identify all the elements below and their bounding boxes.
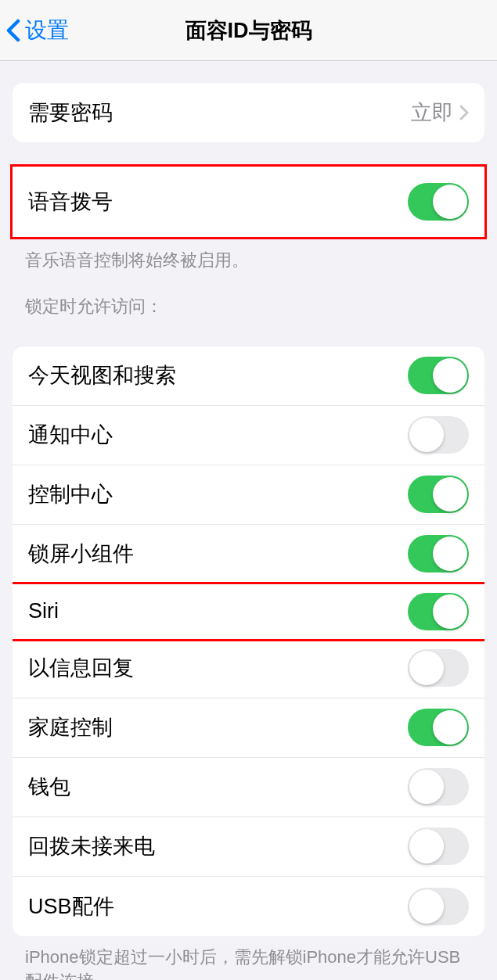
back-button[interactable]: 设置 <box>0 16 69 45</box>
voice-dial-toggle[interactable] <box>408 183 469 221</box>
allow-access-toggle[interactable] <box>408 476 469 513</box>
allow-access-row: USB配件 <box>13 877 484 936</box>
allow-access-header: 锁定时允许访问： <box>0 273 497 325</box>
allow-access-group: 今天视图和搜索通知中心控制中心锁屏小组件Siri以信息回复家庭控制钱包回拨未接来… <box>13 346 484 936</box>
voice-dial-row: 语音拨号 <box>13 167 484 237</box>
allow-access-label: Siri <box>28 599 59 623</box>
require-passcode-value: 立即 <box>411 99 453 127</box>
allow-access-row: 家庭控制 <box>13 698 484 758</box>
allow-access-label: 钱包 <box>28 773 70 801</box>
require-passcode-label: 需要密码 <box>28 99 113 127</box>
allow-access-label: 以信息回复 <box>28 654 134 682</box>
allow-access-toggle[interactable] <box>408 357 469 394</box>
allow-access-toggle[interactable] <box>408 768 469 806</box>
voice-dial-group: 语音拨号 <box>10 164 487 239</box>
require-passcode-row[interactable]: 需要密码 立即 <box>13 83 484 142</box>
allow-access-label: 今天视图和搜索 <box>28 361 176 389</box>
chevron-right-icon <box>459 105 469 120</box>
navigation-bar: 设置 面容ID与密码 <box>0 0 497 61</box>
allow-access-label: 锁屏小组件 <box>28 540 134 568</box>
allow-access-row: 以信息回复 <box>13 639 484 698</box>
chevron-left-icon <box>6 19 20 42</box>
allow-access-toggle[interactable] <box>408 535 469 573</box>
allow-access-row: 回拨未接来电 <box>13 817 484 877</box>
allow-access-toggle[interactable] <box>408 827 469 865</box>
allow-access-label: 通知中心 <box>28 421 113 449</box>
voice-dial-label: 语音拨号 <box>28 188 113 216</box>
allow-access-row: 通知中心 <box>13 406 484 465</box>
back-label: 设置 <box>25 16 69 45</box>
page-title: 面容ID与密码 <box>185 16 312 45</box>
allow-access-label: 控制中心 <box>28 480 113 508</box>
allow-access-label: USB配件 <box>28 892 114 921</box>
allow-access-row: 锁屏小组件 <box>13 525 484 584</box>
allow-access-label: 家庭控制 <box>28 713 113 741</box>
allow-access-row: Siri <box>13 582 484 641</box>
allow-access-row: 钱包 <box>13 758 484 817</box>
allow-access-toggle[interactable] <box>408 888 469 925</box>
require-passcode-group: 需要密码 立即 <box>13 83 484 142</box>
voice-dial-footer: 音乐语音控制将始终被启用。 <box>0 239 497 273</box>
allow-access-toggle[interactable] <box>408 709 469 746</box>
allow-access-toggle[interactable] <box>408 649 469 687</box>
allow-access-toggle[interactable] <box>408 416 469 454</box>
usb-footer: iPhone锁定超过一小时后，需先解锁iPhone才能允许USB配件连接。 <box>0 936 497 980</box>
allow-access-label: 回拨未接来电 <box>28 832 155 860</box>
allow-access-toggle[interactable] <box>408 593 469 630</box>
allow-access-row: 控制中心 <box>13 465 484 525</box>
allow-access-row: 今天视图和搜索 <box>13 346 484 406</box>
